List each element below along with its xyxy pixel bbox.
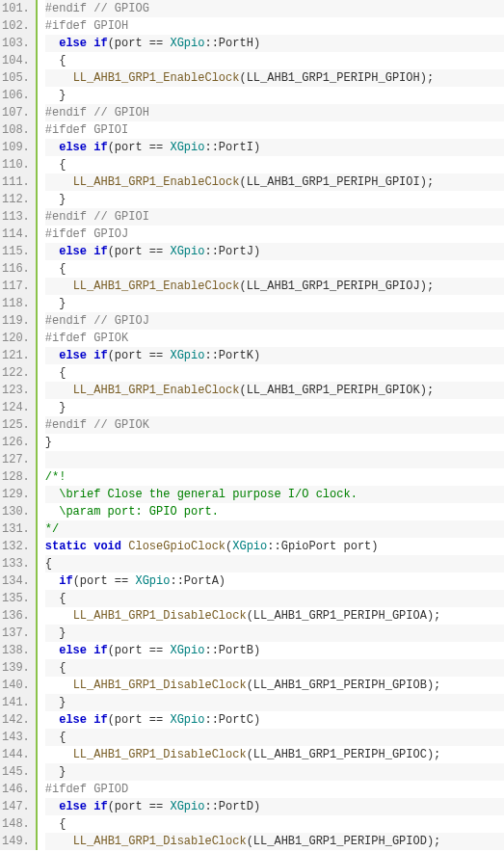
- code-token: {: [45, 262, 66, 276]
- code-token: #endif: [45, 314, 87, 328]
- line-number: 125.: [2, 416, 30, 434]
- code-token: XGpio: [170, 245, 204, 258]
- line-number: 118.: [2, 295, 30, 312]
- line-number: 119.: [2, 312, 30, 330]
- code-token: }: [45, 401, 66, 414]
- code-token: {: [45, 54, 66, 67]
- code-token: (port ==: [108, 37, 171, 50]
- line-number: 137.: [2, 625, 30, 642]
- code-token: #endif: [45, 418, 87, 432]
- code-line: {: [45, 815, 504, 833]
- code-token: [45, 37, 59, 50]
- code-line: [45, 451, 504, 468]
- code-token: (port ==: [108, 713, 171, 727]
- code-token: LL_AHB1_GRP1_DisableClock: [73, 835, 247, 848]
- code-token: }: [45, 436, 52, 449]
- line-number: 121.: [2, 347, 30, 364]
- code-token: ::PortK): [204, 349, 260, 362]
- line-number: 149.: [2, 833, 30, 850]
- code-token: (LL_AHB1_GRP1_PERIPH_GPIOH);: [239, 71, 434, 85]
- code-line: }: [45, 191, 504, 208]
- code-line: {: [45, 729, 504, 746]
- line-number: 126.: [2, 434, 30, 451]
- code-token: XGpio: [170, 349, 204, 362]
- code-line: #ifdef GPIOD: [45, 781, 504, 798]
- line-number-gutter: 101.102.103.104.105.106.107.108.109.110.…: [0, 0, 38, 850]
- code-line: }: [45, 399, 504, 416]
- code-line: #endif // GPIOH: [45, 104, 504, 121]
- line-number: 124.: [2, 399, 30, 416]
- code-line: {: [45, 555, 504, 572]
- line-number: 138.: [2, 642, 30, 659]
- code-token: LL_AHB1_GRP1_EnableClock: [73, 71, 240, 85]
- code-token: [45, 800, 59, 813]
- code-token: else if: [59, 349, 107, 362]
- code-token: [45, 175, 73, 189]
- code-token: else if: [59, 37, 107, 50]
- code-token: [45, 245, 59, 258]
- line-number: 142.: [2, 711, 30, 729]
- line-number: 103.: [2, 35, 30, 52]
- code-token: (port ==: [108, 644, 171, 657]
- code-line: {: [45, 659, 504, 677]
- code-line: {: [45, 52, 504, 69]
- code-line: #ifdef GPIOK: [45, 330, 504, 347]
- line-number: 135.: [2, 590, 30, 607]
- line-number: 133.: [2, 555, 30, 572]
- code-token: }: [45, 297, 66, 310]
- code-line: \brief Close the general purpose I/O clo…: [45, 486, 504, 503]
- code-line: LL_AHB1_GRP1_DisableClock(LL_AHB1_GRP1_P…: [45, 677, 504, 694]
- code-token: \param port: GPIO port.: [45, 505, 219, 519]
- code-token: static void: [45, 540, 121, 553]
- code-token: [45, 71, 73, 85]
- code-token: [45, 713, 59, 727]
- line-number: 113.: [2, 208, 30, 226]
- code-line: }: [45, 763, 504, 781]
- line-number: 111.: [2, 173, 30, 191]
- code-line: }: [45, 87, 504, 104]
- code-line: {: [45, 590, 504, 607]
- code-token: ::PortH): [204, 37, 260, 50]
- code-token: [45, 280, 73, 293]
- line-number: 140.: [2, 677, 30, 694]
- code-token: GPIOK: [87, 332, 128, 345]
- code-token: XGpio: [170, 37, 204, 50]
- code-line: #ifdef GPIOH: [45, 17, 504, 35]
- code-token: (LL_AHB1_GRP1_PERIPH_GPIOB);: [247, 679, 441, 692]
- code-line: }: [45, 625, 504, 642]
- code-token: \brief Close the general purpose I/O clo…: [45, 488, 358, 501]
- code-line: static void CloseGpioClock(XGpio::GpioPo…: [45, 538, 504, 555]
- line-number: 122.: [2, 364, 30, 382]
- code-line: {: [45, 156, 504, 173]
- code-token: (LL_AHB1_GRP1_PERIPH_GPIOK);: [239, 384, 434, 397]
- code-line: else if(port == XGpio::PortI): [45, 139, 504, 156]
- code-token: // GPIOJ: [87, 314, 149, 328]
- line-number: 136.: [2, 607, 30, 625]
- code-token: XGpio: [135, 574, 170, 588]
- code-token: }: [45, 193, 66, 206]
- code-token: [45, 609, 73, 623]
- code-token: // GPIOG: [87, 2, 149, 15]
- code-token: [45, 679, 73, 692]
- code-token: [45, 349, 59, 362]
- line-number: 104.: [2, 52, 30, 69]
- code-token: XGpio: [232, 540, 267, 553]
- code-token: LL_AHB1_GRP1_EnableClock: [73, 280, 240, 293]
- code-line: else if(port == XGpio::PortH): [45, 35, 504, 52]
- code-line: else if(port == XGpio::PortB): [45, 642, 504, 659]
- line-number: 115.: [2, 243, 30, 260]
- code-area: #endif // GPIOG#ifdef GPIOH else if(port…: [38, 0, 504, 850]
- line-number: 101.: [2, 0, 30, 17]
- line-number: 145.: [2, 763, 30, 781]
- code-token: (port ==: [73, 574, 136, 588]
- code-token: ::PortB): [204, 644, 260, 657]
- code-token: }: [45, 89, 66, 102]
- code-token: }: [45, 765, 66, 779]
- code-token: if: [59, 574, 72, 588]
- code-token: #ifdef: [45, 227, 87, 241]
- code-token: #ifdef: [45, 19, 87, 33]
- code-token: GPIOI: [87, 123, 128, 137]
- code-token: #ifdef: [45, 332, 87, 345]
- code-line: LL_AHB1_GRP1_EnableClock(LL_AHB1_GRP1_PE…: [45, 173, 504, 191]
- code-token: LL_AHB1_GRP1_EnableClock: [73, 175, 240, 189]
